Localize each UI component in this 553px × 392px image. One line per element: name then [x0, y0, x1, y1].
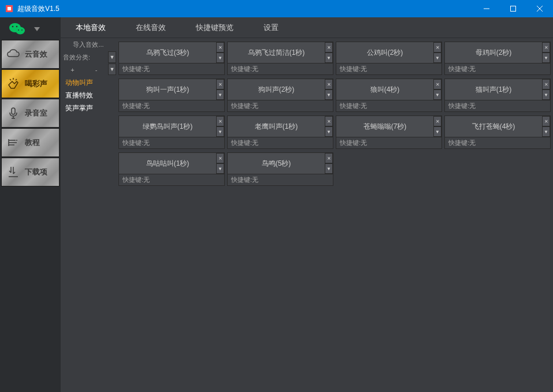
- sound-card-5: 狗叫声(2秒)✕▼快捷键:无: [227, 79, 333, 112]
- sound-controls: ✕▼: [216, 116, 224, 137]
- sound-name[interactable]: 公鸡叫(2秒): [336, 42, 433, 63]
- sound-card-11: 飞打苍蝇(4秒)✕▼快捷键:无: [444, 115, 551, 149]
- sound-hotkey: 快捷键:无: [228, 100, 333, 111]
- sound-dropdown-button[interactable]: ▼: [433, 53, 441, 63]
- sidebar-item-label: 录音室: [25, 108, 47, 118]
- sound-hotkey: 快捷键:无: [119, 174, 224, 185]
- sound-controls: ✕▼: [216, 79, 224, 100]
- sound-card-1: 乌鸦飞过简洁(1秒)✕▼快捷键:无: [227, 42, 333, 75]
- maximize-button[interactable]: [500, 0, 526, 17]
- sound-dropdown-button[interactable]: ▼: [542, 89, 550, 100]
- sound-card-13: 鸟鸣(5秒)✕▼快捷键:无: [227, 152, 333, 186]
- sound-name[interactable]: 绿鹦鸟叫声(1秒): [119, 116, 216, 137]
- sound-name[interactable]: 狗叫一声(1秒): [119, 79, 216, 100]
- sound-hotkey: 快捷键:无: [119, 137, 224, 148]
- sound-controls: ✕▼: [216, 42, 224, 63]
- sound-close-button[interactable]: ✕: [216, 116, 224, 126]
- sound-name[interactable]: 乌鸦飞过(3秒): [119, 42, 216, 63]
- sound-card-7: 猫叫声(1秒)✕▼快捷键:无: [444, 79, 551, 112]
- sidebar-item-0[interactable]: 云音效: [1, 40, 60, 69]
- sound-dropdown-button[interactable]: ▼: [216, 126, 224, 137]
- sound-card-3: 母鸡叫(2秒)✕▼快捷键:无: [444, 42, 551, 75]
- tab-3[interactable]: 设置: [248, 17, 294, 38]
- sound-dropdown-button[interactable]: ▼: [325, 89, 333, 100]
- sound-name[interactable]: 狼叫(4秒): [336, 79, 433, 100]
- content-area: 本地音效在线音效快捷键预览设置 导入音效... 音效分类: ▼ + - ▼ 动物…: [61, 17, 553, 392]
- sidebar-item-label: 教程: [25, 137, 40, 148]
- sound-name[interactable]: 老鹰叫声(1秒): [228, 116, 325, 137]
- sound-name[interactable]: 苍蝇嗡嗡(7秒): [336, 116, 433, 137]
- sound-dropdown-button[interactable]: ▼: [325, 53, 333, 63]
- dropdown-arrow[interactable]: [32, 24, 42, 33]
- sound-name[interactable]: 狗叫声(2秒): [228, 79, 325, 100]
- sound-close-button[interactable]: ✕: [433, 116, 441, 126]
- sound-dropdown-button[interactable]: ▼: [325, 163, 333, 174]
- wechat-row: [0, 18, 61, 39]
- sound-close-button[interactable]: ✕: [325, 42, 333, 53]
- sound-name[interactable]: 飞打苍蝇(4秒): [445, 116, 542, 137]
- sound-close-button[interactable]: ✕: [216, 153, 224, 163]
- sound-dropdown-button[interactable]: ▼: [216, 89, 224, 100]
- sound-close-button[interactable]: ✕: [542, 42, 550, 53]
- sound-dropdown-button[interactable]: ▼: [216, 53, 224, 63]
- add-category-button[interactable]: +: [61, 64, 84, 76]
- sound-dropdown-button[interactable]: ▼: [433, 89, 441, 100]
- wechat-icon[interactable]: [9, 22, 25, 36]
- svg-marker-12: [34, 27, 40, 31]
- sidebar-item-3[interactable]: 教程: [1, 128, 60, 157]
- sound-name[interactable]: 鸟鸣(5秒): [228, 153, 325, 174]
- sound-controls: ✕▼: [433, 42, 441, 63]
- sound-dropdown-button[interactable]: ▼: [542, 126, 550, 137]
- close-icon: [537, 6, 543, 12]
- main-sidebar: 云音效喝彩声录音室教程下载项: [0, 17, 61, 392]
- minimize-button[interactable]: [473, 0, 500, 17]
- sound-close-button[interactable]: ✕: [433, 79, 441, 89]
- sound-close-button[interactable]: ✕: [325, 153, 333, 163]
- svg-rect-1: [8, 7, 11, 10]
- sound-close-button[interactable]: ✕: [216, 79, 224, 89]
- category-down2-button[interactable]: ▼: [108, 64, 116, 75]
- sound-dropdown-button[interactable]: ▼: [542, 53, 550, 63]
- tab-1[interactable]: 在线音效: [121, 17, 181, 38]
- clap-icon: [6, 77, 20, 91]
- sidebar-item-2[interactable]: 录音室: [1, 99, 60, 128]
- tab-0[interactable]: 本地音效: [61, 17, 121, 38]
- sound-close-button[interactable]: ✕: [216, 42, 224, 53]
- import-sounds-button[interactable]: 导入音效...: [61, 38, 116, 51]
- tab-2[interactable]: 快捷键预览: [181, 17, 248, 38]
- sound-name[interactable]: 鸟咕咕叫(1秒): [119, 153, 216, 174]
- category-item-1[interactable]: 直播特效: [61, 89, 116, 102]
- category-item-2[interactable]: 笑声掌声: [61, 102, 116, 114]
- sound-card-top: 乌鸦飞过(3秒)✕▼: [119, 42, 224, 63]
- sound-close-button[interactable]: ✕: [433, 42, 441, 53]
- sound-name[interactable]: 乌鸦飞过简洁(1秒): [228, 42, 325, 63]
- sound-close-button[interactable]: ✕: [542, 116, 550, 126]
- download-icon: [6, 165, 20, 179]
- close-button[interactable]: [526, 0, 553, 17]
- sound-dropdown-button[interactable]: ▼: [433, 126, 441, 137]
- sound-card-6: 狼叫(4秒)✕▼快捷键:无: [336, 79, 442, 112]
- sound-card-top: 鸟鸣(5秒)✕▼: [228, 153, 333, 174]
- sound-dropdown-button[interactable]: ▼: [216, 163, 224, 174]
- svg-point-7: [16, 27, 25, 35]
- category-down-button[interactable]: ▼: [108, 51, 116, 63]
- sound-close-button[interactable]: ✕: [325, 79, 333, 89]
- sound-controls: ✕▼: [216, 153, 224, 174]
- sound-hotkey: 快捷键:无: [445, 137, 550, 148]
- sound-card-top: 公鸡叫(2秒)✕▼: [336, 42, 441, 63]
- sound-close-button[interactable]: ✕: [325, 116, 333, 126]
- sidebar-item-4[interactable]: 下载项: [1, 158, 60, 186]
- sound-dropdown-button[interactable]: ▼: [325, 126, 333, 137]
- sound-close-button[interactable]: ✕: [542, 79, 550, 89]
- sound-hotkey: 快捷键:无: [228, 63, 333, 74]
- remove-category-button[interactable]: -: [84, 64, 108, 76]
- sidebar-item-1[interactable]: 喝彩声: [1, 69, 60, 98]
- sound-name[interactable]: 猫叫声(1秒): [445, 79, 542, 100]
- category-item-0[interactable]: 动物叫声: [61, 76, 116, 89]
- sound-grid: 乌鸦飞过(3秒)✕▼快捷键:无乌鸦飞过简洁(1秒)✕▼快捷键:无公鸡叫(2秒)✕…: [116, 38, 553, 392]
- app-body: 云音效喝彩声录音室教程下载项 本地音效在线音效快捷键预览设置 导入音效... 音…: [0, 17, 553, 392]
- sound-hotkey: 快捷键:无: [228, 137, 333, 148]
- sound-controls: ✕▼: [542, 42, 550, 63]
- sidebar-item-label: 下载项: [25, 167, 47, 177]
- sound-name[interactable]: 母鸡叫(2秒): [445, 42, 542, 63]
